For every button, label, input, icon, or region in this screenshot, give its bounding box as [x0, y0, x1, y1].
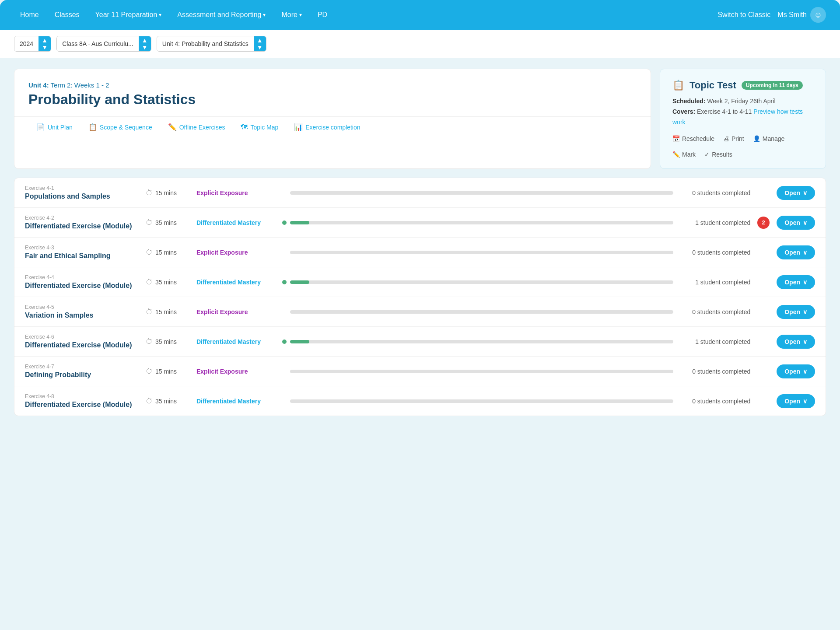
exercise-completed-count: 0 students completed: [680, 368, 750, 375]
exercise-info: Exercise 4-5 Variation in Samples: [25, 304, 139, 319]
progress-bar: [290, 280, 673, 284]
clock-icon: ⏱: [146, 189, 153, 197]
open-button[interactable]: Open ∨: [777, 335, 815, 349]
tab-unit-plan[interactable]: 📄 Unit Plan: [28, 117, 80, 137]
reschedule-icon: 📅: [672, 135, 680, 142]
open-button[interactable]: Open ∨: [777, 364, 815, 378]
nav-more[interactable]: More ▾: [275, 7, 308, 22]
exercise-name: Variation in Samples: [25, 312, 139, 319]
open-button[interactable]: Open ∨: [777, 394, 815, 408]
exercise-progress: [282, 220, 673, 225]
topic-test-header: 📋 Topic Test Upcoming In 11 days: [672, 80, 813, 91]
reschedule-button[interactable]: 📅 Reschedule: [672, 135, 714, 142]
exercise-time: ⏱ 35 mins: [146, 278, 189, 286]
unit-term: Unit 4: Term 2: Weeks 1 - 2: [28, 81, 637, 89]
switch-classic-button[interactable]: Switch to Classic: [718, 11, 770, 19]
print-button[interactable]: 🖨 Print: [723, 135, 744, 142]
exercise-type: Differentiated Mastery: [196, 398, 275, 405]
exercise-info: Exercise 4-3 Fair and Ethical Sampling: [25, 245, 139, 260]
exercise-number: Exercise 4-8: [25, 393, 139, 399]
exercise-progress: [282, 399, 673, 403]
progress-bar-fill: [290, 280, 309, 284]
exercise-progress: [282, 191, 673, 195]
unit-chevron-icon[interactable]: ▲▼: [254, 36, 266, 51]
exercise-time: ⏱ 15 mins: [146, 368, 189, 375]
tab-scope-sequence[interactable]: 📋 Scope & Sequence: [80, 117, 160, 137]
table-row: Exercise 4-4 Differentiated Exercise (Mo…: [14, 267, 826, 297]
progress-dot: [282, 340, 287, 344]
table-row: Exercise 4-6 Differentiated Exercise (Mo…: [14, 327, 826, 357]
exercise-info: Exercise 4-6 Differentiated Exercise (Mo…: [25, 334, 139, 349]
open-button[interactable]: Open ∨: [777, 186, 815, 200]
progress-bar: [290, 191, 673, 195]
nav-right-section: Switch to Classic Ms Smith ☺: [718, 7, 826, 23]
chevron-down-icon: ∨: [803, 249, 807, 256]
exercise-type: Explicit Exposure: [196, 249, 275, 256]
user-name: Ms Smith: [777, 11, 807, 19]
notification-badge: 2: [757, 217, 770, 229]
toolbar: 2024 ▲▼ Class 8A - Aus Curriculu... ▲▼ U…: [0, 30, 840, 58]
exercise-completed-count: 1 student completed: [680, 279, 750, 286]
progress-dot: [282, 220, 287, 225]
open-button[interactable]: Open ∨: [777, 305, 815, 319]
exercise-completed-count: 0 students completed: [680, 249, 750, 256]
unit-selector[interactable]: Unit 4: Probability and Statistics ▲▼: [157, 36, 266, 52]
topic-test-card: 📋 Topic Test Upcoming In 11 days Schedul…: [660, 69, 826, 169]
progress-bar: [290, 340, 673, 343]
progress-dot: [282, 280, 287, 284]
progress-bar: [290, 251, 673, 254]
unit-plan-icon: 📄: [36, 123, 45, 131]
tab-topic-map[interactable]: 🗺 Topic Map: [233, 117, 286, 137]
nav-year11[interactable]: Year 11 Preparation ▾: [89, 7, 168, 22]
open-button[interactable]: Open ∨: [777, 275, 815, 289]
user-menu[interactable]: Ms Smith ☺: [777, 7, 826, 23]
navbar: Home Classes Year 11 Preparation ▾ Asses…: [0, 0, 840, 30]
table-row: Exercise 4-1 Populations and Samples ⏱ 1…: [14, 178, 826, 208]
exercise-time: ⏱ 35 mins: [146, 219, 189, 227]
chevron-down-icon: ▾: [159, 12, 161, 18]
clock-icon: ⏱: [146, 308, 153, 316]
table-row: Exercise 4-2 Differentiated Exercise (Mo…: [14, 208, 826, 238]
exercise-completed-count: 1 student completed: [680, 219, 750, 226]
chevron-down-icon: ∨: [803, 189, 807, 196]
topic-test-actions: 📅 Reschedule 🖨 Print 👤 Manage ✏️ Mark ✓: [672, 135, 813, 158]
class-value: Class 8A - Aus Curriculu...: [57, 36, 139, 51]
exercise-time: ⏱ 15 mins: [146, 248, 189, 256]
tab-exercise-completion[interactable]: 📊 Exercise completion: [286, 117, 368, 137]
open-button[interactable]: Open ∨: [777, 245, 815, 259]
chevron-down-icon: ∨: [803, 338, 807, 345]
table-row: Exercise 4-5 Variation in Samples ⏱ 15 m…: [14, 297, 826, 327]
exercise-completed-count: 0 students completed: [680, 308, 750, 315]
nav-home[interactable]: Home: [14, 7, 45, 22]
exercise-time: ⏱ 15 mins: [146, 189, 189, 197]
exercise-progress: [282, 370, 673, 373]
year-value: 2024: [14, 36, 38, 51]
class-chevron-icon[interactable]: ▲▼: [139, 36, 151, 51]
upcoming-badge: Upcoming In 11 days: [742, 81, 803, 90]
year-selector[interactable]: 2024 ▲▼: [14, 36, 51, 52]
nav-assessment[interactable]: Assessment and Reporting ▾: [171, 7, 272, 22]
exercise-number: Exercise 4-2: [25, 215, 139, 221]
exercise-info: Exercise 4-4 Differentiated Exercise (Mo…: [25, 274, 139, 290]
table-row: Exercise 4-7 Defining Probability ⏱ 15 m…: [14, 357, 826, 386]
results-button[interactable]: ✓ Results: [704, 151, 732, 158]
nav-classes[interactable]: Classes: [49, 7, 86, 22]
open-button[interactable]: Open ∨: [777, 216, 815, 230]
topic-test-title: Topic Test: [690, 80, 736, 91]
exercise-time: ⏱ 15 mins: [146, 308, 189, 316]
unit-tabs: 📄 Unit Plan 📋 Scope & Sequence ✏️ Offlin…: [14, 116, 651, 137]
nav-pd[interactable]: PD: [312, 7, 333, 22]
exercise-info: Exercise 4-7 Defining Probability: [25, 364, 139, 379]
tab-offline-exercises[interactable]: ✏️ Offline Exercises: [160, 117, 233, 137]
exercise-completed-count: 0 students completed: [680, 189, 750, 196]
mark-button[interactable]: ✏️ Mark: [672, 151, 696, 158]
exercise-type: Explicit Exposure: [196, 189, 275, 196]
exercise-info: Exercise 4-1 Populations and Samples: [25, 185, 139, 200]
exercise-progress: [282, 280, 673, 284]
topic-test-icon: 📋: [672, 80, 684, 91]
exercise-completion-icon: 📊: [294, 123, 303, 131]
manage-button[interactable]: 👤 Manage: [753, 135, 785, 142]
year-chevron-icon[interactable]: ▲▼: [38, 36, 51, 51]
exercise-number: Exercise 4-6: [25, 334, 139, 340]
class-selector[interactable]: Class 8A - Aus Curriculu... ▲▼: [56, 36, 151, 52]
